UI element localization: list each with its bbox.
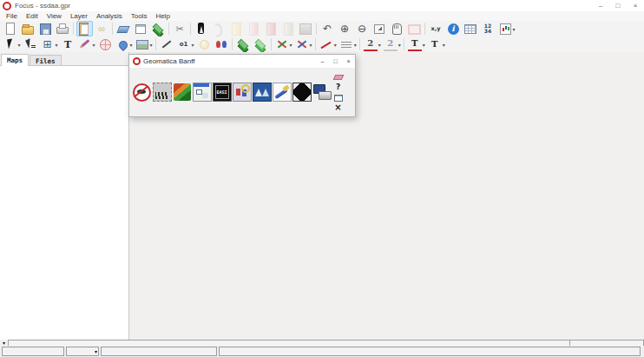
menu-view[interactable]: View [43,12,66,20]
cut-icon: ✂ [173,22,187,36]
insert-image-button[interactable]: ▾ [135,36,154,52]
pan-button[interactable] [389,21,405,36]
geomatica-banff-window[interactable]: Geomatica Banff – □ × EASI ?× [128,54,356,117]
print-button[interactable] [55,21,71,36]
zoom-out-button[interactable]: ⊖ [354,21,371,36]
attribute-table-button[interactable] [463,21,479,36]
select-tool-button[interactable]: ▾ [3,36,22,52]
contrast-enhance-button[interactable] [194,21,210,36]
gcp-marker-button[interactable] [214,36,230,52]
tools-app-button[interactable] [272,82,292,102]
line-tool-button[interactable] [159,36,175,52]
measure-icon [275,37,289,51]
menu-layer[interactable]: Layer [66,12,92,20]
layer-view-button[interactable] [235,36,252,52]
chip-icon [292,83,312,102]
highlight-tool-button [196,36,213,52]
droplet-icon [115,37,129,51]
banff-maximize-button[interactable]: □ [329,55,342,68]
menu-edit[interactable]: Edit [22,12,43,20]
easi-app-button[interactable]: EASI [212,82,232,102]
cursor-coordinates-button[interactable]: x,y [428,21,444,36]
chart-icon [498,22,512,36]
numeric-values-button[interactable]: 12 34 [480,21,496,36]
cut-button[interactable]: ✂ [172,21,188,36]
menu-analysis[interactable]: Analysis [92,12,127,20]
gcp-works-app-button[interactable] [232,82,252,102]
open-file-button[interactable] [20,21,36,36]
zoom-in-button[interactable]: ⊕ [337,21,353,36]
maps-panel-content[interactable] [0,65,128,340]
info-icon: i [448,23,459,35]
statusbar-dropdown-icon[interactable]: ▾ [95,348,98,354]
help-button[interactable]: ? [332,82,344,92]
dropdown-arrow-icon: ▾ [513,26,516,32]
text-tool-button[interactable]: T [60,36,76,52]
dropdown-arrow-icon: ▾ [443,42,445,48]
undo-button[interactable]: ↶ [319,21,336,36]
toolbar-separator [232,38,233,50]
tab-maps[interactable]: Maps [1,54,29,66]
maximize-button[interactable]: □ [609,0,627,11]
minimize-button[interactable]: – [592,0,609,11]
print-setup-app-button[interactable] [312,82,332,102]
zoom-full-extent-button[interactable] [371,21,388,36]
identify-button[interactable]: i [445,21,462,36]
modeler-app-button[interactable] [192,82,212,102]
zoom-tool-button[interactable]: ⊞▾ [40,36,59,52]
scale-tools-button[interactable]: ▾ [497,21,516,36]
text-color-button[interactable]: T▾ [407,36,426,52]
mini-win-icon [333,92,344,102]
focus-icon [133,83,151,102]
statusbar-cell-mode[interactable]: ▾ [66,347,99,356]
edit-tools-button[interactable]: ▾ [294,36,313,52]
symbol-style-button[interactable]: 2▾ [383,36,402,52]
line-style-button[interactable]: ▾ [338,36,358,52]
vector-edit-button[interactable]: o1▾ [176,36,195,52]
banff-title-bar[interactable]: Geomatica Banff – □ × [129,55,355,69]
zoom-out-icon: ⊖ [355,22,369,36]
banff-close-button[interactable]: × [342,55,355,68]
panel-icon [134,22,148,36]
banff-minimize-button[interactable]: – [316,55,329,68]
new-project-button[interactable] [3,21,19,36]
symbol-color-button[interactable]: 2▾ [363,36,382,52]
measure-tool-button[interactable]: ▾ [274,36,293,52]
layer-add-button[interactable] [253,36,269,52]
toolbar-separator [190,23,191,35]
dashes-icon [339,37,353,51]
toolbar-separator [73,23,74,35]
dropdown-arrow-icon: ▾ [130,42,133,48]
zoom-full-icon [372,22,386,36]
menu-help[interactable]: Help [151,12,174,20]
exit-button[interactable]: × [332,102,344,113]
statusbar-cell-message [219,347,641,356]
license-button[interactable] [332,71,344,82]
save-project-button[interactable] [37,21,54,36]
layers-button[interactable] [150,21,167,36]
enhance-linear-button [228,21,245,36]
easi-icon: EASI [213,83,232,102]
mosaic-app-button[interactable] [172,82,192,102]
eraser-button[interactable] [115,21,132,36]
menu-file[interactable]: File [2,12,22,20]
chip-manager-app-button[interactable] [292,82,312,102]
orthoengine-app-button[interactable] [152,82,172,102]
text-style-button[interactable]: T▾ [427,36,446,52]
toolbar-separator [155,38,156,50]
grid-plus-icon: ⊞ [41,37,55,51]
windows-list-button[interactable] [332,92,344,102]
new-window-button[interactable] [133,21,149,36]
select-plus-tool-button[interactable] [23,36,39,52]
close-button[interactable]: × [627,0,644,11]
fill-color-button[interactable]: ▾ [115,36,134,52]
projection-globe-button[interactable] [97,36,114,52]
clipboard-button[interactable] [76,21,93,36]
sketch-tool-button[interactable]: ▾ [77,36,96,52]
menu-tools[interactable]: Tools [127,12,152,20]
print-icon [56,22,69,36]
line-color-button[interactable]: ▾ [319,36,338,52]
fly-app-button[interactable] [252,82,272,102]
title-bar[interactable]: Focus - ssdaa.gpr – □ × [0,0,644,12]
focus-app-button[interactable] [132,82,152,102]
